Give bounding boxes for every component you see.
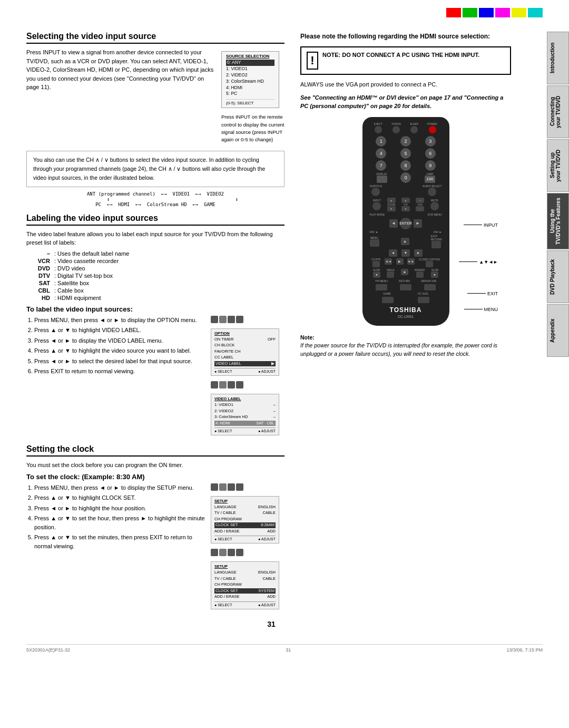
btn-5[interactable]: 5: [400, 148, 411, 159]
tab-introduction[interactable]: Introduction: [547, 32, 569, 84]
tab-setting[interactable]: Setting upyour TV/DVD: [547, 139, 569, 192]
section3-body: You must set the clock before you can pr…: [26, 461, 284, 470]
clock-note-body: If the power source for the TV/DVD is in…: [300, 342, 497, 357]
label-desc-dvd: : DVD video: [54, 265, 85, 271]
slow-left-btn[interactable]: ◄: [373, 271, 380, 278]
btn-3[interactable]: 3: [425, 136, 436, 147]
ff-btn[interactable]: ►►: [407, 258, 415, 265]
vol-up-btn[interactable]: +: [416, 198, 424, 203]
subtitle-btn[interactable]: [371, 188, 380, 196]
input-btn[interactable]: [372, 202, 381, 210]
btn-8[interactable]: 8: [400, 160, 411, 171]
enter-btn[interactable]: ENTER: [400, 218, 411, 229]
flow-line1: ANT (programmed channel) ←→ VIDEO1 ←→ VI…: [26, 191, 284, 197]
two-col-layout: Selecting the video input source Press I…: [26, 32, 516, 612]
vol-label: VOL: [417, 203, 423, 206]
exit-btn[interactable]: [431, 241, 441, 248]
mute-btn[interactable]: [430, 202, 439, 210]
nav-up-btn[interactable]: ▲: [401, 238, 409, 245]
setup1-lang: LANGUAGEENGLISH: [214, 504, 276, 510]
press-input-caption: Press INPUT on the remote control to dis…: [221, 113, 284, 143]
btn-4[interactable]: 4: [376, 148, 386, 159]
setup-menu-row2: [211, 549, 284, 556]
btn-6[interactable]: 6: [425, 148, 436, 159]
power-btn-group: POWER: [427, 122, 437, 133]
cc-btn[interactable]: [426, 261, 433, 267]
game-btn[interactable]: [382, 297, 394, 303]
hdmi-note-text: NOTE: DO NOT CONNECT A PC USING THE HDMI…: [322, 52, 479, 58]
angle-btn[interactable]: [387, 271, 394, 278]
tipmenu-btn[interactable]: [376, 284, 387, 290]
return-btn[interactable]: [400, 284, 411, 290]
down-arrow-btn[interactable]: ▼: [387, 206, 396, 211]
nav-down-btn[interactable]: ▼: [401, 249, 410, 257]
btn-7[interactable]: 7: [376, 160, 386, 171]
mute-label: MUTE: [431, 199, 438, 202]
menu-btn[interactable]: [370, 239, 379, 247]
display-btn[interactable]: [377, 176, 387, 183]
label-desc-dash: : Uses the default label name: [54, 250, 129, 257]
stop-btn[interactable]: ■: [401, 269, 408, 275]
footer-center: 31: [286, 647, 291, 653]
fav-right-btn[interactable]: ►: [414, 219, 422, 228]
section-selecting: Selecting the video input source Press I…: [26, 32, 284, 207]
power-btn[interactable]: [429, 126, 436, 133]
pcsize-btn[interactable]: [418, 297, 429, 303]
label-item-hd: HD : HDMI equipment: [32, 295, 284, 301]
up-arrow-btn[interactable]: ▲: [387, 198, 396, 203]
tab-appendix[interactable]: Appendix: [547, 304, 569, 357]
ch-up-btn[interactable]: ▲: [401, 198, 410, 203]
source-selection-title: SOURCE SELECTION: [226, 54, 274, 59]
display-group: DISPLAY: [376, 172, 387, 183]
info-box: You also can use the CH ∧ / ∨ buttons to…: [26, 151, 284, 187]
vol-group: + VOL –: [416, 198, 424, 211]
play-btn[interactable]: ▶: [396, 258, 404, 265]
color-bar-yellow: [512, 8, 526, 17]
clock-note: Note: If the power source for the TV/DVD…: [300, 334, 511, 358]
repeatab-btn[interactable]: [424, 284, 436, 290]
ch-down-btn[interactable]: ▼: [401, 206, 410, 211]
tab-using[interactable]: Using theTV/DVD's Features: [547, 193, 569, 249]
jump-btn[interactable]: 100: [425, 176, 435, 183]
label-item-dtv: DTV : Digital TV set-top box: [32, 273, 284, 279]
clock-note-section: Note: If the power source for the TV/DVD…: [300, 334, 511, 358]
hdmi-section: Please note the following regarding the …: [300, 32, 511, 111]
tab-connecting[interactable]: Connectingyour TV/DVD: [547, 85, 569, 138]
rev-btn[interactable]: ◄◄: [385, 258, 392, 265]
page-container: Introduction Connectingyour TV/DVD Setti…: [0, 0, 569, 728]
section1-title: Selecting the video input source: [26, 32, 284, 44]
audiosel-btn[interactable]: [428, 188, 436, 196]
sleep-btn[interactable]: [410, 126, 418, 133]
nav-left-btn[interactable]: ◄: [389, 249, 397, 257]
footer-left: 5X20301A(E)P31-32: [26, 647, 70, 653]
label-key-dash: –: [32, 250, 50, 257]
hdmi-note-box: ! NOTE: DO NOT CONNECT A PC USING THE HD…: [300, 46, 511, 75]
btn-1[interactable]: 1: [376, 136, 386, 147]
btn-2[interactable]: 2: [400, 136, 411, 147]
arrows-annotation: ▲▼◄►: [459, 259, 498, 265]
setup-icons-2: [211, 549, 243, 556]
btn-0[interactable]: 0: [400, 172, 411, 183]
label-list: – : Uses the default label name VCR : Vi…: [32, 250, 284, 301]
nav-right-btn[interactable]: ►: [414, 249, 423, 257]
tvdvd-btn[interactable]: [393, 126, 400, 133]
setup2-tvcable: TV / CABLECABLE: [214, 576, 276, 582]
tipmenu-btns: [370, 284, 442, 290]
step2-6: Press EXIT to return to normal viewing.: [34, 367, 205, 376]
marker-btn[interactable]: [416, 271, 424, 278]
tab-dvd[interactable]: DVD Playback: [547, 250, 569, 303]
section1-body: Press INPUT to view a signal from anothe…: [26, 48, 216, 143]
btn-9[interactable]: 9: [425, 160, 436, 171]
marker-label: MARKER: [415, 269, 425, 271]
step3-4: Press ▲ or ▼ to set the hour, then press…: [34, 514, 205, 531]
fav-left-btn[interactable]: ◄: [389, 219, 398, 228]
chrtn-btn[interactable]: [372, 261, 380, 267]
tipmenu-row: TIP MENU RETURN REPEAT A/B: [370, 279, 442, 283]
slow-right-btn[interactable]: ►: [431, 271, 438, 278]
section3-title: Setting the clock: [26, 444, 284, 457]
vol-down-btn[interactable]: –: [416, 206, 424, 211]
label-desc-vcr: : Video cassette recorder: [54, 258, 119, 264]
eject-btn[interactable]: [375, 126, 382, 133]
page-footer: 5X20301A(E)P31-32 31 13/3/06, 7:15 PM: [26, 644, 543, 653]
step2-2: Press ▲ or ▼ to highlight VIDEO LABEL.: [34, 326, 205, 335]
